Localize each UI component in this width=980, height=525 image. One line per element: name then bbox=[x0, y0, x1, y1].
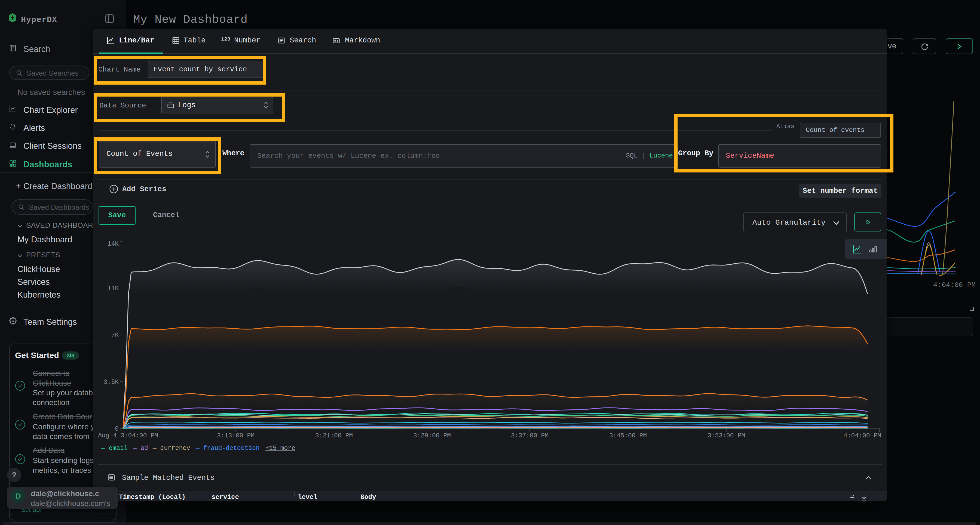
svg-text:14K: 14K bbox=[108, 241, 119, 247]
svg-text:3:37:00 PM: 3:37:00 PM bbox=[511, 432, 549, 439]
svg-text:11K: 11K bbox=[108, 285, 119, 292]
svg-text:3:53:00 PM: 3:53:00 PM bbox=[708, 432, 745, 439]
svg-text:3:29:00 PM: 3:29:00 PM bbox=[413, 432, 451, 439]
svg-text:3:13:00 PM: 3:13:00 PM bbox=[217, 432, 255, 439]
svg-text:Aug 4 3:04:00 PM: Aug 4 3:04:00 PM bbox=[98, 432, 158, 439]
svg-text:3.5K: 3.5K bbox=[104, 379, 119, 386]
svg-text:4:04:00 PM: 4:04:00 PM bbox=[844, 432, 881, 439]
svg-text:7K: 7K bbox=[111, 332, 119, 339]
svg-text:0: 0 bbox=[115, 425, 119, 433]
svg-text:3:21:00 PM: 3:21:00 PM bbox=[315, 432, 353, 439]
svg-text:3:45:00 PM: 3:45:00 PM bbox=[609, 432, 647, 439]
